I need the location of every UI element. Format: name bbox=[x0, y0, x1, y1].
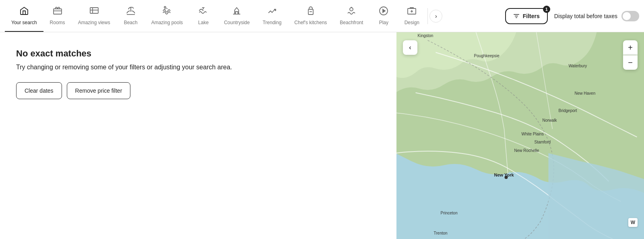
svg-rect-1 bbox=[90, 8, 98, 13]
nav-icon-amazing-pools bbox=[162, 6, 172, 17]
nav-icon-chefs-kitchens bbox=[306, 6, 316, 17]
nav-item-beachfront[interactable]: Beachfront bbox=[333, 0, 369, 32]
nav-item-amazing-pools[interactable]: Amazing pools bbox=[145, 0, 190, 32]
nav-icon-design bbox=[407, 6, 417, 17]
nav-item-your-search[interactable]: Your search bbox=[5, 0, 43, 32]
nav-item-countryside[interactable]: Countryside bbox=[217, 0, 256, 32]
nav-label-your-search: Your search bbox=[11, 20, 37, 25]
nav-label-beachfront: Beachfront bbox=[340, 20, 363, 25]
no-matches-subtitle: Try changing or removing some of your fi… bbox=[16, 64, 380, 71]
nav-label-amazing-views: Amazing views bbox=[78, 20, 110, 25]
svg-rect-8 bbox=[515, 16, 518, 17]
main-layout: No exact matches Try changing or removin… bbox=[0, 32, 644, 239]
svg-rect-7 bbox=[514, 14, 519, 15]
nav-item-chefs-kitchens[interactable]: Chef's kitchens bbox=[288, 0, 333, 32]
svg-text:Poughkeepsie: Poughkeepsie bbox=[474, 54, 500, 58]
nav-icon-trending bbox=[267, 6, 277, 17]
nav-label-beach: Beach bbox=[124, 20, 138, 25]
map-logo: W bbox=[628, 218, 638, 227]
nav-right: Filters 1 Display total before taxes bbox=[505, 8, 639, 24]
nav-label-rooms: Rooms bbox=[50, 20, 65, 25]
nav-divider bbox=[427, 8, 428, 24]
nav-icon-your-search bbox=[19, 6, 29, 17]
svg-text:Norwalk: Norwalk bbox=[543, 118, 557, 123]
nav-icon-beachfront bbox=[347, 6, 356, 17]
nav-item-play[interactable]: Play bbox=[369, 0, 398, 32]
nav-icon-amazing-views bbox=[89, 6, 99, 17]
nav-label-chefs-kitchens: Chef's kitchens bbox=[294, 20, 327, 25]
filter-icon bbox=[513, 13, 520, 19]
nav-label-design: Design bbox=[405, 20, 419, 25]
nav-icon-play bbox=[379, 6, 388, 17]
nav-item-design[interactable]: Design bbox=[398, 0, 426, 32]
map-zoom-out-button[interactable]: − bbox=[623, 55, 638, 70]
svg-rect-0 bbox=[54, 9, 62, 14]
svg-text:White Plains: White Plains bbox=[522, 132, 544, 136]
nav-label-lake: Lake bbox=[198, 20, 208, 25]
filters-badge: 1 bbox=[543, 6, 550, 13]
nav-icon-beach bbox=[126, 6, 136, 17]
remove-price-filter-button[interactable]: Remove price filter bbox=[67, 82, 131, 99]
clear-dates-button[interactable]: Clear dates bbox=[16, 82, 62, 99]
svg-text:New York: New York bbox=[494, 172, 514, 177]
collapse-arrow-icon: ‹ bbox=[409, 44, 411, 51]
map-svg: Kingston Poughkeepsie Waterbury New Have… bbox=[396, 32, 644, 239]
nav-item-lake[interactable]: Lake bbox=[189, 0, 217, 32]
svg-text:Waterbury: Waterbury bbox=[569, 64, 587, 68]
nav-item-rooms[interactable]: Rooms bbox=[43, 0, 72, 32]
svg-text:Kingston: Kingston bbox=[418, 33, 433, 38]
nav-item-trending[interactable]: Trending bbox=[256, 0, 288, 32]
top-nav: Your search Rooms Amazing views Beach Am… bbox=[0, 0, 644, 32]
nav-icon-lake bbox=[198, 6, 208, 17]
svg-rect-9 bbox=[516, 17, 517, 18]
filters-button[interactable]: Filters 1 bbox=[505, 8, 548, 24]
svg-text:Bridgeport: Bridgeport bbox=[559, 108, 577, 113]
svg-marker-5 bbox=[383, 9, 385, 12]
nav-icon-countryside bbox=[232, 6, 242, 17]
display-toggle-switch[interactable] bbox=[621, 11, 639, 21]
left-panel: No exact matches Try changing or removin… bbox=[0, 32, 396, 239]
display-toggle-container: Display total before taxes bbox=[554, 11, 639, 21]
nav-label-amazing-pools: Amazing pools bbox=[151, 20, 183, 25]
nav-icon-rooms bbox=[53, 6, 62, 17]
display-toggle-label: Display total before taxes bbox=[554, 13, 617, 19]
svg-point-3 bbox=[350, 8, 353, 11]
action-buttons: Clear dates Remove price filter bbox=[16, 82, 380, 99]
map-panel[interactable]: Kingston Poughkeepsie Waterbury New Have… bbox=[396, 32, 644, 239]
svg-text:New Haven: New Haven bbox=[575, 91, 596, 96]
nav-label-play: Play bbox=[379, 20, 388, 25]
svg-text:Stamford: Stamford bbox=[535, 140, 551, 144]
nav-label-trending: Trending bbox=[262, 20, 281, 25]
nav-item-beach[interactable]: Beach bbox=[117, 0, 145, 32]
svg-text:New Rochelle: New Rochelle bbox=[514, 148, 539, 153]
scroll-next-arrow[interactable]: › bbox=[429, 10, 442, 23]
svg-text:Trenton: Trenton bbox=[434, 231, 448, 235]
map-zoom-controls: + − bbox=[623, 40, 638, 70]
nav-label-countryside: Countryside bbox=[224, 20, 250, 25]
svg-text:Princeton: Princeton bbox=[441, 211, 458, 215]
nav-item-amazing-views[interactable]: Amazing views bbox=[72, 0, 117, 32]
map-zoom-in-button[interactable]: + bbox=[623, 40, 638, 55]
map-collapse-button[interactable]: ‹ bbox=[403, 40, 417, 55]
no-matches-title: No exact matches bbox=[16, 48, 380, 59]
